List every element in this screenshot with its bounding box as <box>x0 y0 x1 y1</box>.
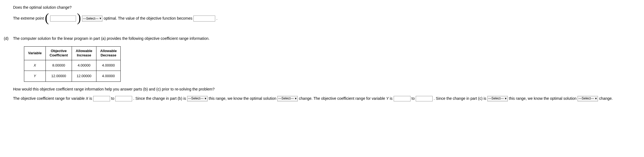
select-value: ---Select--- <box>278 95 294 102</box>
cell-allowdec: 4.00000 <box>96 71 121 81</box>
close-paren-icon: ) <box>77 12 81 24</box>
var-x: X <box>86 96 88 101</box>
select-value: ---Select--- <box>578 95 594 102</box>
flow-t4: this range, we know the optimal solution <box>209 96 276 101</box>
x-range-to-input[interactable] <box>115 96 132 101</box>
part-d-section: (d) The computer solution for the linear… <box>2 35 644 103</box>
chevron-down-icon: ▼ <box>595 96 597 102</box>
header-allow-inc: AllowableIncrease <box>72 46 96 60</box>
flow-t5: change. The objective coefficient range … <box>299 96 386 101</box>
cell-objcoef: 12.00000 <box>45 71 72 81</box>
flow-t1: The objective coefficient range for vari… <box>13 96 86 101</box>
part-d-label: (d) <box>4 35 8 42</box>
flow-t6: is <box>389 96 393 101</box>
cell-variable: Y <box>24 71 46 81</box>
question-optimal-change: Does the optimal solution change? <box>13 4 644 11</box>
label-optimal-text: optimal. The value of the objective func… <box>104 15 192 22</box>
x-range-from-input[interactable] <box>93 96 110 101</box>
answer-flow: The objective coefficient range for vari… <box>13 94 644 103</box>
flow-t7: . Since the change in part (c) is <box>434 96 486 101</box>
optimal-select[interactable]: ---Select--- ▼ <box>82 16 102 22</box>
intro-text: The computer solution for the linear pro… <box>13 35 209 42</box>
part-c-change-select[interactable]: ---Select--- ▼ <box>578 96 598 101</box>
y-range-from-input[interactable] <box>394 96 411 101</box>
to-1: to <box>111 96 114 101</box>
flow-t8: this range, we know the optimal solution <box>509 96 576 101</box>
chevron-down-icon: ▼ <box>204 96 207 102</box>
part-c-range-select[interactable]: ---Select--- ▼ <box>487 96 508 101</box>
cell-variable: X <box>24 60 46 71</box>
cell-allowinc: 4.00000 <box>72 60 96 71</box>
var-y: Y <box>386 96 388 101</box>
header-obj-coef: ObjectiveCoefficient <box>45 46 72 60</box>
part-b-change-select[interactable]: ---Select--- ▼ <box>277 96 298 101</box>
table-header-row: Variable ObjectiveCoefficient AllowableI… <box>24 46 121 60</box>
header-variable: Variable <box>24 46 46 60</box>
flow-t3: . Since the change in part (b) is <box>133 96 186 101</box>
part-b-range-select[interactable]: ---Select--- ▼ <box>187 96 208 101</box>
open-paren-icon: ( <box>45 12 49 24</box>
question-how-help: How would this objective coefficient ran… <box>13 86 644 93</box>
select-value: ---Select--- <box>83 16 98 21</box>
objective-value-input[interactable] <box>193 16 215 22</box>
chevron-down-icon: ▼ <box>504 96 507 102</box>
select-value: ---Select--- <box>488 95 504 102</box>
extreme-point-input[interactable] <box>50 16 76 22</box>
cell-allowdec: 4.00000 <box>96 60 121 71</box>
to-2: to <box>412 96 415 101</box>
label-extreme-point: The extreme point <box>13 15 44 22</box>
flow-t2: is <box>88 96 92 101</box>
extreme-point-line: The extreme point ( ) ---Select--- ▼ opt… <box>13 13 644 25</box>
coefficient-range-table: Variable ObjectiveCoefficient AllowableI… <box>24 46 121 82</box>
q2-text: How would this objective coefficient ran… <box>13 86 215 93</box>
question-text: Does the optimal solution change? <box>13 4 72 11</box>
cell-allowinc: 12.00000 <box>72 71 96 81</box>
header-allow-dec: AllowableDecrease <box>96 46 121 60</box>
chevron-down-icon: ▼ <box>294 96 297 102</box>
chevron-down-icon: ▼ <box>99 16 102 21</box>
y-range-to-input[interactable] <box>416 96 433 101</box>
select-value: ---Select--- <box>188 95 203 102</box>
table-row: Y 12.00000 12.00000 4.00000 <box>24 71 121 81</box>
cell-objcoef: 8.00000 <box>45 60 72 71</box>
table-row: X 8.00000 4.00000 4.00000 <box>24 60 121 71</box>
flow-t9: change. <box>599 96 613 101</box>
period: . <box>216 15 217 22</box>
part-d-intro: The computer solution for the linear pro… <box>13 35 644 42</box>
